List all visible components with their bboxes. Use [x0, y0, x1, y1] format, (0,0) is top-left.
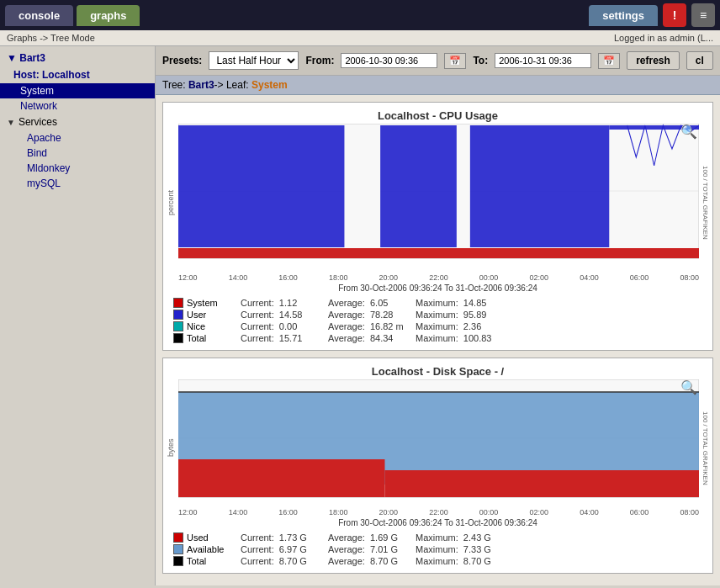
close-button[interactable]: cl [686, 51, 713, 70]
to-input[interactable] [495, 53, 591, 68]
sidebar-services-section: ▼ Services [0, 114, 155, 130]
disk-from-to: From 30-Oct-2006 09:36:24 To 31-Oct-2006… [167, 516, 709, 529]
disk-chart-wrapper: bytes 5.0 G 0.0 [167, 379, 709, 516]
disk-available-current: Current: 6.97 G [241, 544, 325, 554]
cpu-total-average: Average: 84.34 [328, 333, 412, 343]
cpu-system-average: Average: 6.05 [328, 298, 412, 308]
alert-icon-btn[interactable]: ! [663, 3, 686, 27]
disk-chart-container: Localhost - Disk Space - / bytes 5.0 G 0… [162, 358, 713, 574]
from-calendar-btn[interactable]: 📅 [444, 53, 466, 69]
cpu-total-name: Total [187, 333, 237, 343]
svg-rect-20 [384, 470, 699, 497]
cpu-x-labels: 12:0014:0016:0018:0020:00 22:0000:0002:0… [178, 273, 699, 282]
disk-zoom-icon[interactable]: 🔍 [680, 379, 697, 395]
leaf-label-text: Leaf: System [226, 79, 288, 91]
sidebar-item-mldonkey[interactable]: Mldonkey [0, 161, 155, 176]
breadcrumb-bar: Graphs -> Tree Mode Logged in as admin (… [0, 30, 720, 46]
sidebar-root[interactable]: ▼ Bart3 [0, 50, 155, 66]
cpu-legend: System Current: 1.12 Average: 6.05 Maxim… [167, 294, 709, 347]
disk-used-color [173, 532, 183, 543]
disk-used-name: Used [187, 532, 237, 543]
cpu-y-label: percent [167, 124, 178, 282]
cpu-total-maximum: Maximum: 100.83 [416, 333, 500, 343]
tree-label: Tree: Bart3-> [162, 79, 226, 91]
cpu-nice-name: Nice [187, 321, 237, 331]
top-nav: console graphs settings ! ≡ [0, 0, 720, 30]
sidebar-item-apache[interactable]: Apache [0, 130, 155, 146]
logged-in-text: Logged in as admin (L... [614, 33, 713, 43]
sidebar-item-bind[interactable]: Bind [0, 146, 155, 161]
cpu-nice-maximum: Maximum: 2.36 [416, 321, 500, 331]
tab-settings[interactable]: settings [589, 5, 658, 26]
disk-available-color [173, 544, 183, 554]
services-expand-icon: ▼ [7, 118, 15, 127]
breadcrumb: Graphs -> Tree Mode [7, 33, 95, 43]
to-calendar-btn[interactable]: 📅 [598, 53, 620, 69]
disk-legend-used: Used Current: 1.73 G Average: 1.69 G Max… [173, 532, 500, 543]
cpu-total-color [173, 333, 183, 343]
disk-chart-svg: 5.0 G 0.0 [178, 379, 699, 506]
nav-tabs-left: console graphs [5, 5, 140, 26]
cpu-user-maximum: Maximum: 95.89 [416, 310, 500, 320]
cpu-chart-svg: 100 50 0 [178, 124, 699, 271]
cpu-system-name: System [187, 298, 237, 308]
disk-chart-title: Localhost - Disk Space - / [167, 362, 709, 379]
content-area: Presets: Last Half Hour From: 📅 To: 📅 re… [156, 46, 720, 585]
disk-total-current: Current: 8.70 G [241, 556, 325, 566]
tree-header: Tree: Bart3-> Leaf: System [156, 76, 720, 95]
sidebar-item-mysql[interactable]: mySQL [0, 176, 155, 191]
sidebar: ▼ Bart3 Host: Localhost System Network ▼… [0, 46, 156, 585]
cpu-legend-system: System Current: 1.12 Average: 6.05 Maxim… [173, 298, 500, 308]
sidebar-item-system[interactable]: System [0, 83, 155, 98]
cpu-total-current: Current: 15.71 [241, 333, 325, 343]
cpu-system-maximum: Maximum: 14.85 [416, 298, 500, 308]
disk-x-labels: 12:0014:0016:0018:0020:00 22:0000:0002:0… [178, 508, 699, 516]
disk-legend-total: Total Current: 8.70 G Average: 8.70 G Ma… [173, 556, 500, 566]
disk-legend: Used Current: 1.73 G Average: 1.69 G Max… [167, 529, 709, 569]
disk-available-average: Average: 7.01 G [328, 544, 412, 554]
tab-graphs[interactable]: graphs [77, 5, 140, 26]
disk-y-label: bytes [167, 379, 178, 516]
disk-available-name: Available [187, 544, 237, 554]
cpu-legend-nice: Nice Current: 0.00 Average: 16.82 m Maxi… [173, 321, 500, 331]
presets-label: Presets: [162, 55, 202, 66]
cpu-system-color [173, 298, 183, 308]
cpu-system-current: Current: 1.12 [241, 298, 325, 308]
refresh-button[interactable]: refresh [627, 51, 680, 70]
disk-total-average: Average: 8.70 G [328, 556, 412, 566]
svg-rect-9 [344, 125, 380, 247]
tab-console[interactable]: console [5, 5, 73, 26]
disk-total-maximum: Maximum: 8.70 G [416, 556, 500, 566]
svg-rect-7 [178, 125, 609, 247]
cpu-from-to: From 30-Oct-2006 09:36:24 To 31-Oct-2006… [167, 282, 709, 294]
svg-rect-10 [457, 125, 470, 247]
disk-used-maximum: Maximum: 2.43 G [416, 532, 500, 543]
main-layout: ▼ Bart3 Host: Localhost System Network ▼… [0, 46, 720, 585]
cpu-nice-current: Current: 0.00 [241, 321, 325, 331]
svg-rect-11 [178, 248, 699, 258]
cpu-right-label: 100 / TOTAL GRAFIKEN [699, 124, 709, 282]
presets-select[interactable]: Last Half Hour [209, 51, 299, 70]
sidebar-item-network[interactable]: Network [0, 98, 155, 114]
disk-legend-available: Available Current: 6.97 G Average: 7.01 … [173, 544, 500, 554]
cpu-user-name: User [187, 310, 237, 320]
cpu-nice-average: Average: 16.82 m [328, 321, 412, 331]
cpu-legend-total: Total Current: 15.71 Average: 84.34 Maxi… [173, 333, 500, 343]
cpu-user-color [173, 310, 183, 320]
from-input[interactable] [341, 53, 437, 68]
disk-used-average: Average: 1.69 G [328, 532, 412, 543]
cpu-chart-title: Localhost - CPU Usage [167, 106, 709, 124]
cpu-chart-container: Localhost - CPU Usage percent 100 50 0 [162, 102, 713, 351]
svg-rect-19 [178, 459, 384, 497]
disk-used-current: Current: 1.73 G [241, 532, 325, 543]
sidebar-host: Host: Localhost [0, 66, 155, 83]
toolbar: Presets: Last Half Hour From: 📅 To: 📅 re… [156, 46, 720, 76]
disk-total-name: Total [187, 556, 237, 566]
menu-icon-btn[interactable]: ≡ [691, 3, 715, 27]
cpu-user-average: Average: 78.28 [328, 310, 412, 320]
cpu-zoom-icon[interactable]: 🔍 [680, 124, 697, 140]
from-label: From: [305, 55, 334, 66]
cpu-chart-wrapper: percent 100 50 0 [167, 124, 709, 282]
disk-available-maximum: Maximum: 7.33 G [416, 544, 500, 554]
disk-right-label: 100 / TOTAL GRAFIKEN [699, 379, 709, 516]
